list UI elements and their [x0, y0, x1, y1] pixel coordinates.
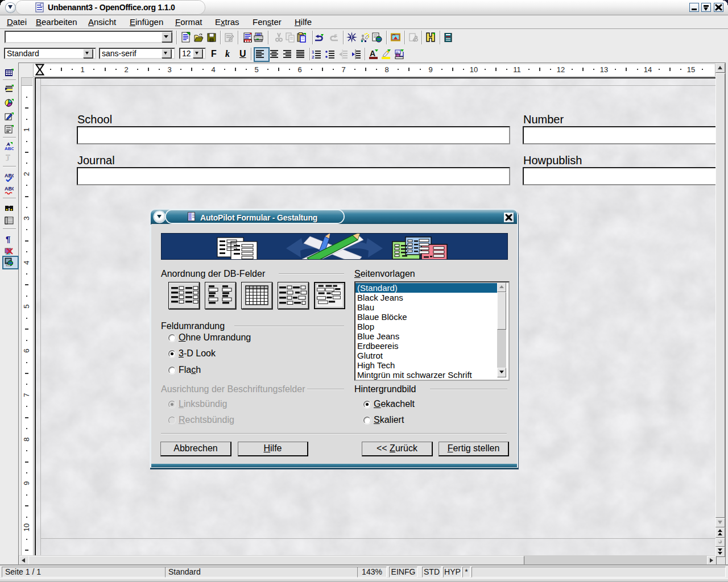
svg-text:2: 2 — [312, 55, 315, 59]
svg-text:¶: ¶ — [6, 234, 10, 243]
svg-text:1: 1 — [312, 49, 315, 55]
svg-text:ABC: ABC — [5, 173, 14, 178]
svg-text:ABC: ABC — [5, 186, 14, 192]
svg-text:A: A — [370, 49, 375, 58]
svg-text:ABC: ABC — [5, 146, 14, 150]
